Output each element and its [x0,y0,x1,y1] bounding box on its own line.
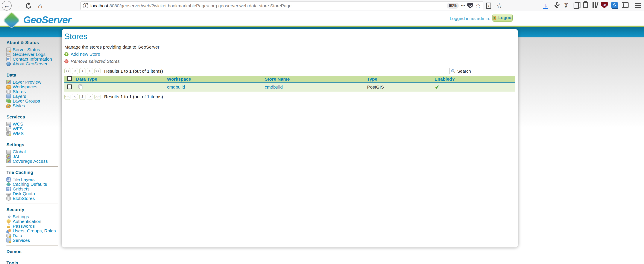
save-page-icon[interactable]: ↓ [486,3,491,9]
sidebar-item-passwords[interactable]: Passwords [6,224,58,228]
sidebar-item-security-services[interactable]: Services [6,238,58,243]
select-all-checkbox[interactable] [67,76,72,81]
add-icon: + [64,52,68,56]
sidebar-item-stores[interactable]: Stores [6,89,58,94]
sidebar-toggle-icon[interactable] [622,2,628,8]
page-title: Stores [64,32,515,41]
sidebar-item-tools[interactable]: Tools [6,260,58,264]
pager-page-button[interactable]: 1 [80,68,86,74]
bookmarks-badge-icon[interactable]: ☆ [496,2,503,10]
menu-icon[interactable] [635,3,641,8]
url-text[interactable]: localhost:8080/geoserver/web/?wicket:boo… [90,3,444,8]
column-header-data-type[interactable]: Data Type [74,77,165,82]
sidebar-item-label: Coverage Access [13,159,48,164]
ublock-origin-icon[interactable]: uO [601,2,608,8]
row-checkbox[interactable] [67,84,72,89]
sidebar-item-label: Contact Information [13,57,52,62]
geoserver-logo: GeoServer [4,13,71,26]
back-button[interactable]: ← [2,1,12,11]
sidebar-item-layer-groups[interactable]: Layer Groups [6,99,58,103]
sidebar-item-global[interactable]: Global [6,150,58,154]
workspace-link[interactable]: cmdbuild [167,84,185,89]
sidebar-item-wcs[interactable]: WCS [6,122,58,126]
toolbar-separator [632,2,632,9]
shield-icon [6,219,11,224]
home-button[interactable]: ⌂ [36,1,44,10]
pager-last-button[interactable]: >> [94,94,100,100]
column-header-store-name[interactable]: Store Name [263,77,365,82]
sidebar-item-gridsets[interactable]: Gridsets [6,187,58,191]
sidebar-item-about-geoserver[interactable]: About GeoServer [6,61,58,66]
pager-prev-button[interactable]: < [72,94,78,100]
pocket-icon[interactable] [467,3,473,8]
column-header-workspace[interactable]: Workspace [165,77,263,82]
downloads-icon[interactable]: ↓ [542,2,550,10]
sidebar-item-label: Users, Groups, Roles [13,228,56,233]
pager-next-button[interactable]: > [87,68,93,74]
tile-grid-icon [6,177,11,182]
sidebar-item-wms[interactable]: WMS [6,131,58,136]
sidebar-item-disk-quota[interactable]: Disk Quota [6,191,58,196]
column-header-enabled[interactable]: Enabled? [433,77,515,82]
folder-icon [6,85,11,89]
sidebar-item-caching-defaults[interactable]: Caching Defaults [6,182,58,187]
sidebar-item-layers[interactable]: Layers [6,94,58,99]
enabled-check-icon: ✔ [433,84,515,90]
sidebar-item-styles[interactable]: Styles [6,103,58,108]
sidebar-divider [6,204,58,204]
sidebar-item-security-settings[interactable]: Settings [6,214,58,219]
bottom-pager: << < 1 > >> Results 1 to 1 (out of 1 ite… [64,93,515,100]
library-icon[interactable] [592,2,598,8]
site-info-icon[interactable]: i [83,3,88,8]
sidebar-item-contact-information[interactable]: Contact Information [6,57,58,61]
logout-button[interactable]: Logout [492,14,512,22]
search-input[interactable] [449,68,515,74]
sidebar-item-tile-layers[interactable]: Tile Layers [6,177,58,182]
sidebar-item-geoserver-logs[interactable]: GeoServer Logs [6,52,58,57]
zoom-level-badge[interactable]: 80% [447,3,459,9]
sidebar-item-blobstores[interactable]: BlobStores [6,196,58,201]
add-store-row: + Add new Store [64,52,515,57]
sidebar-item-wfs[interactable]: WFS [6,126,58,131]
page-actions-icon[interactable]: ••• [461,4,465,8]
sidebar-item-coverage-access[interactable]: Coverage Access [6,159,58,164]
sidebar-item-label: Tile Layers [13,177,34,182]
door-icon [492,16,496,20]
wrench-icon[interactable] [552,2,560,10]
bookmark-star-icon[interactable]: ☆ [475,3,481,8]
stylus-icon[interactable]: S [611,2,618,8]
forward-button[interactable]: → [14,2,22,10]
sidebar-section-data: Data Layer Preview Workspaces Stores Lay… [6,72,58,111]
copy-icon[interactable] [574,2,580,9]
sidebar-item-server-status[interactable]: Server Status [6,47,58,52]
pager-next-button[interactable]: > [87,94,93,100]
layer-icon [6,94,11,98]
pager-first-button[interactable]: << [64,68,70,74]
store-name-link[interactable]: cmdbuild [265,84,283,89]
sidebar-item-authentication[interactable]: Authentication [6,219,58,224]
scissors-icon[interactable]: ✂ [562,1,570,10]
sidebar-item-label: Layer Preview [13,80,41,85]
url-bar[interactable]: i localhost:8080/geoserver/web/?wicket:b… [80,1,483,10]
remove-selected-stores-link[interactable]: Remove selected Stores [71,59,120,64]
sidebar-item-jai[interactable]: JAI [6,154,58,159]
store-type-cell: PostGIS [365,84,433,90]
sidebar-item-layer-preview[interactable]: Layer Preview [6,80,58,84]
sidebar-item-demos[interactable]: Demos [6,249,58,254]
add-new-store-link[interactable]: Add new Store [71,52,100,57]
clipboard-icon[interactable] [583,2,588,8]
pager-page-button[interactable]: 1 [80,94,86,100]
column-header-type[interactable]: Type [365,77,433,82]
pager-prev-button[interactable]: < [72,68,78,74]
pager-first-button[interactable]: << [64,94,70,100]
section-title: Security [6,207,58,212]
sidebar-item-security-data[interactable]: Data [6,233,58,238]
pager-last-button[interactable]: >> [94,68,100,74]
section-title: Data [6,72,58,78]
sidebar-item-users-groups-roles[interactable]: Users, Groups, Roles [6,228,58,233]
reload-button[interactable] [26,3,31,9]
sidebar-item-workspaces[interactable]: Workspaces [6,84,58,89]
database-icon [6,196,11,201]
logs-icon [6,52,11,57]
image-icon [6,154,11,159]
